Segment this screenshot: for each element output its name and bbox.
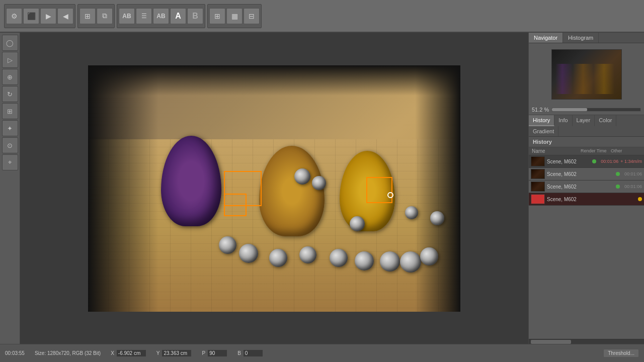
tool-target[interactable]: ⌖ <box>2 154 18 170</box>
dark-right-overlay <box>415 65 460 312</box>
status-p-label: P <box>202 350 205 356</box>
zoom-control: 51.2 % <box>529 105 644 115</box>
toolbar-group-3: AB ☰ AB A B <box>117 4 205 28</box>
tab-history[interactable]: History <box>529 115 554 126</box>
canvas-area[interactable] <box>20 33 528 344</box>
col-name: Name <box>532 148 581 154</box>
history-time-2: 00:01:06 <box>622 171 642 176</box>
sphere-12 <box>350 216 365 231</box>
history-thumb-4 <box>531 194 545 204</box>
history-item-name-3: Scene, M602 <box>547 184 614 190</box>
tool-grid[interactable]: ⊞ <box>2 103 18 119</box>
toolbar-btn-8[interactable]: ☰ <box>136 8 152 24</box>
history-table-header: Name Render Time Other <box>529 147 644 155</box>
history-item-1[interactable]: Scene, M602 00:01:06 + 1:34m/m <box>529 155 644 168</box>
history-item-name-4: Scene, M602 <box>547 197 636 202</box>
status-y: Y <box>156 349 192 357</box>
toolbar-btn-13[interactable]: ▦ <box>226 8 243 24</box>
status-b-label: B <box>237 350 241 356</box>
tab-info[interactable]: Info <box>554 115 572 126</box>
history-section: History Info Layer Color Gradient Histor… <box>529 115 644 344</box>
history-thumb-1 <box>531 156 545 166</box>
tab-navigator[interactable]: Navigator <box>529 33 563 43</box>
tab-layer[interactable]: Layer <box>573 115 595 126</box>
history-time-1: 00:01:06 <box>598 159 618 164</box>
history-list: Scene, M602 00:01:06 + 1:34m/m Scene, M6… <box>529 155 644 339</box>
toolbar-btn-4[interactable]: ◀ <box>57 8 73 24</box>
toolbar-btn-6[interactable]: ⧉ <box>97 8 113 24</box>
zoom-slider-fill <box>552 108 587 111</box>
status-dot-2 <box>616 172 620 176</box>
toolbar-btn-7[interactable]: AB <box>119 8 135 24</box>
zoom-slider[interactable] <box>551 108 641 112</box>
sphere-4 <box>239 244 258 263</box>
sphere-5 <box>269 249 287 267</box>
history-item-3[interactable]: Scene, M602 00:01:06 <box>529 180 644 193</box>
sphere-14 <box>430 211 444 225</box>
toolbar-group-2: ⊞ ⧉ <box>77 4 115 28</box>
history-thumb-3 <box>531 182 545 192</box>
tab-gradient[interactable]: Gradient <box>529 126 558 136</box>
nav-preview-inner <box>552 50 621 99</box>
sphere-8 <box>355 251 374 270</box>
bottom-right: Threshold... <box>603 349 639 357</box>
col-other: Other <box>611 148 641 154</box>
toolbar-btn-12[interactable]: ⊞ <box>209 8 225 24</box>
tool-select[interactable]: ◯ <box>2 35 18 51</box>
right-panel: Navigator Histogram 51.2 % History <box>528 33 644 344</box>
tool-transform[interactable]: ▷ <box>2 52 18 68</box>
history-title: History <box>529 137 644 147</box>
tool-rotate[interactable]: ↻ <box>2 86 18 102</box>
render-image <box>88 65 460 312</box>
history-item-name-2: Scene, M602 <box>547 171 614 177</box>
history-thumb-2 <box>531 169 545 179</box>
toolbar-btn-1[interactable]: ⚙ <box>6 8 22 24</box>
toolbar-btn-14[interactable]: ⊟ <box>244 8 260 24</box>
toolbar-btn-10[interactable]: A <box>170 8 186 24</box>
status-p-input[interactable] <box>207 349 227 357</box>
toolbar-btn-9[interactable]: AB <box>153 8 169 24</box>
history-item-2[interactable]: Scene, M602 00:01:06 <box>529 168 644 180</box>
sphere-7 <box>330 249 348 267</box>
history-hscrollbar-thumb <box>531 340 571 344</box>
status-dot-1 <box>592 159 596 163</box>
sphere-10 <box>400 251 421 273</box>
status-b: B <box>237 349 263 357</box>
col-render-time: Render Time <box>581 148 611 154</box>
history-item-name-1: Scene, M602 <box>547 159 590 164</box>
toolbar-btn-5[interactable]: ⊞ <box>79 8 96 24</box>
toolbar-btn-11[interactable]: B <box>187 8 203 24</box>
threshold-button[interactable]: Threshold... <box>603 349 639 357</box>
tab-histogram[interactable]: Histogram <box>563 33 599 43</box>
selection-box-3 <box>366 177 392 203</box>
render-canvas <box>88 65 460 312</box>
sphere-6 <box>299 246 316 263</box>
dark-left-overlay <box>88 65 158 312</box>
history-item-4[interactable]: Scene, M602 <box>529 193 644 206</box>
nav-preview-bunnies <box>552 64 621 94</box>
left-sidebar: ◯ ▷ ⊕ ↻ ⊞ ✦ ⊙ ⌖ <box>0 33 20 344</box>
status-x-label: X <box>111 350 114 356</box>
status-x-input[interactable] <box>116 349 146 357</box>
status-size: Size: 1280x720, RGB (32 Bit) <box>35 350 101 356</box>
status-b-input[interactable] <box>243 349 263 357</box>
dark-top-overlay <box>88 65 460 96</box>
zoom-value: 51.2 % <box>532 107 549 113</box>
tool-star[interactable]: ✦ <box>2 120 18 136</box>
sphere-3 <box>219 236 236 254</box>
tool-add[interactable]: ⊕ <box>2 69 18 85</box>
selection-box-2 <box>224 194 247 216</box>
status-time: 00:03:55 <box>5 350 25 356</box>
navigator-tabs: Navigator Histogram <box>529 33 644 43</box>
toolbar-group-1: ⚙ ⬛ ▶ ◀ <box>4 4 75 28</box>
sphere-2 <box>312 176 326 190</box>
tool-circle[interactable]: ⊙ <box>2 137 18 153</box>
tab-color[interactable]: Color <box>595 115 616 126</box>
toolbar-btn-3[interactable]: ▶ <box>40 8 56 24</box>
navigator-preview <box>551 49 622 100</box>
toolbar-btn-2[interactable]: ⬛ <box>23 8 39 24</box>
history-hscrollbar[interactable] <box>529 339 644 344</box>
status-y-input[interactable] <box>162 349 192 357</box>
sphere-11 <box>420 247 438 265</box>
status-bar: 00:03:55 Size: 1280x720, RGB (32 Bit) X … <box>0 344 644 362</box>
